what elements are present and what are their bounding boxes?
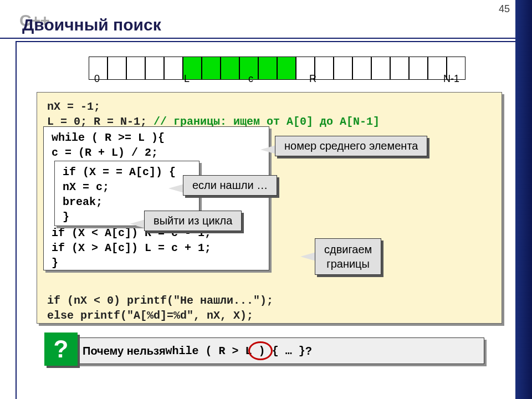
array-label-R: R — [309, 73, 316, 85]
code-line: while ( R >= L ){ — [52, 130, 261, 145]
code-line: nX = -1; — [47, 99, 492, 114]
divider — [16, 41, 515, 42]
callout-middle-element: номер среднего элемента — [275, 136, 427, 156]
divider — [0, 38, 515, 39]
code-line: else printf("A[%d]=%d", nX, X); — [47, 308, 492, 323]
callout-if-found: если нашли … — [183, 175, 277, 196]
callout-tail — [130, 219, 145, 228]
question-bar: Почему нельзя while ( R > L ) { … } ? — [65, 337, 484, 364]
divider — [16, 41, 17, 399]
array-label-0: 0 — [94, 73, 100, 85]
array-diagram — [89, 57, 466, 80]
callout-tail — [300, 252, 316, 261]
code-line: if (nX < 0) printf("Не нашли..."); — [47, 293, 492, 308]
code-line: if (X = = A[c]) { — [63, 165, 191, 180]
callout-tail — [168, 184, 184, 193]
code-line: if (X > A[c]) L = c + 1; — [52, 241, 261, 255]
slide-accent-band — [515, 0, 532, 399]
code-line: } — [52, 255, 261, 270]
question-text: ? — [305, 345, 312, 357]
code-line: break; — [63, 195, 191, 209]
array-label-c: c — [248, 73, 253, 85]
array-label-Nm1: N-1 — [443, 73, 459, 85]
question-code: while ( R > L ) { … } — [166, 345, 305, 357]
slide-title: Двоичный поиск — [22, 16, 161, 34]
code-line: c = (R + L) / 2; — [52, 145, 261, 160]
question-mark-icon: ? — [44, 332, 78, 366]
callout-tail — [260, 145, 276, 154]
callout-break: выйти из цикла — [144, 211, 242, 231]
array-label-L: L — [184, 73, 190, 85]
question-text: Почему нельзя — [83, 345, 166, 357]
page-number: 45 — [499, 3, 510, 15]
callout-shift-bounds: сдвигаем границы — [315, 238, 381, 275]
